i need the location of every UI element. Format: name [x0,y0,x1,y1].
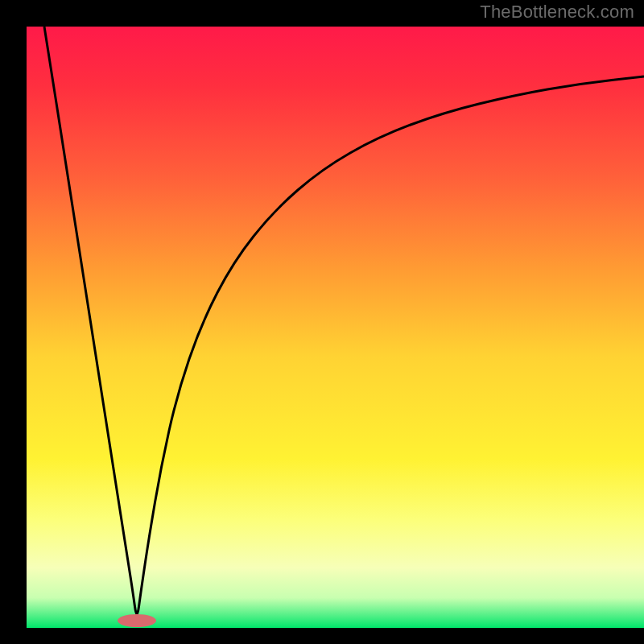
plot-background [27,27,644,628]
watermark-text: TheBottleneck.com [480,2,634,23]
chart-frame: TheBottleneck.com [0,0,644,644]
bottleneck-chart [0,0,644,644]
minimum-marker [118,614,156,627]
